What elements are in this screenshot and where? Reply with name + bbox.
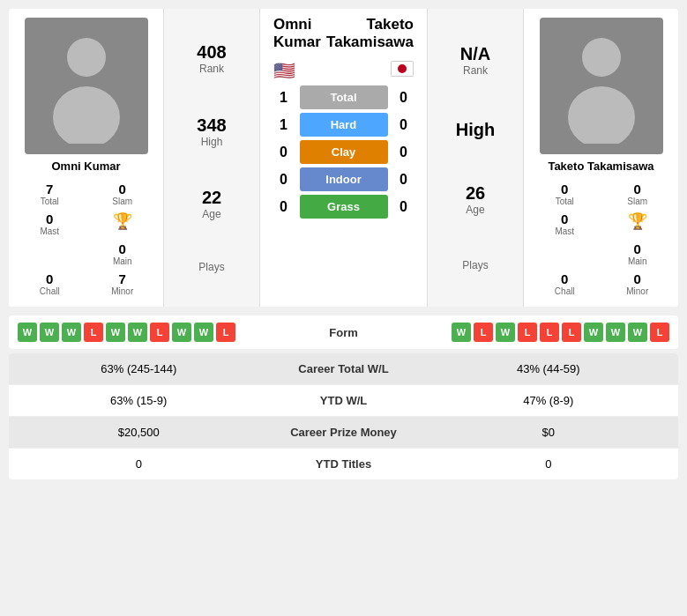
svg-point-2 (582, 38, 621, 77)
left-rank-value: 408 (173, 42, 250, 63)
right-form-badges: WLWLLLWWWL (452, 323, 669, 342)
stats-right-value: 0 (432, 457, 666, 471)
right-main-value: 0 (606, 241, 670, 256)
right-player-avatar (540, 18, 663, 154)
right-middle-stats: N/A Rank High 26 Age Plays (427, 9, 524, 307)
right-score-grass: 0 (395, 199, 413, 215)
left-form-badge: W (106, 323, 125, 342)
surface-row-hard: 1 Hard 0 (269, 113, 418, 137)
left-form-badge: L (150, 323, 169, 342)
left-high-box: 348 High (168, 107, 255, 157)
left-form-badge: W (172, 323, 191, 342)
right-age-label: Age (437, 204, 514, 216)
stats-table-row: 0 YTD Titles 0 (9, 449, 678, 479)
left-mast-label: Mast (18, 226, 82, 236)
right-rank-value: N/A (437, 44, 514, 64)
left-total-cell: 7 Total (18, 180, 82, 208)
stats-center-label: Career Total W/L (256, 362, 432, 375)
surface-btn-grass[interactable]: Grass (300, 195, 388, 219)
left-middle-stats: 408 Rank 348 High 22 Age Plays (163, 9, 260, 307)
right-flag (391, 61, 414, 80)
right-form-badge: L (540, 323, 559, 342)
right-form-badge: W (496, 323, 515, 342)
right-stats-grid: 0 Total 0 Slam 0 Mast 🏆 0 Main (533, 180, 669, 298)
right-rank-label: Rank (437, 64, 514, 77)
left-slam-label: Slam (91, 197, 155, 206)
left-player-avatar (25, 18, 148, 154)
right-age-box: 26 Age (432, 174, 519, 225)
left-mast-value: 0 (18, 212, 82, 226)
left-total-value: 7 (18, 182, 82, 197)
surface-btn-clay[interactable]: Clay (300, 140, 388, 164)
right-trophy-icon: 🏆 (628, 212, 647, 230)
left-age-value: 22 (173, 188, 250, 208)
left-chall-label: Chall (18, 286, 82, 296)
left-slam-value: 0 (91, 182, 155, 197)
form-label: Form (329, 326, 358, 339)
left-high-label: High (173, 136, 250, 148)
left-plays-label: Plays (173, 261, 250, 273)
right-form-badge: W (628, 323, 647, 342)
right-plays-label: Plays (437, 259, 514, 271)
stats-center-label: YTD W/L (256, 394, 432, 407)
left-rank-box: 408 Rank (168, 33, 255, 84)
left-form-badge: W (128, 323, 147, 342)
left-main-value: 0 (91, 241, 155, 256)
right-plays-box: Plays (432, 250, 519, 280)
right-score-hard: 0 (395, 117, 413, 133)
surface-row-indoor: 0 Indoor 0 (269, 167, 418, 191)
left-minor-value: 7 (91, 271, 155, 286)
right-form-badge: L (650, 323, 669, 342)
match-center: Omni Kumar Taketo Takamisawa 🇺🇸 1 Total … (260, 9, 427, 307)
right-slam-value: 0 (606, 182, 670, 197)
right-mast-cell: 0 Mast (533, 210, 597, 238)
svg-point-3 (568, 86, 635, 144)
surface-row-total: 1 Total 0 (269, 85, 418, 109)
left-stats-grid: 7 Total 0 Slam 0 Mast 🏆 0 Main (18, 180, 154, 298)
surface-btn-hard[interactable]: Hard (300, 113, 388, 137)
main-container: Omni Kumar 7 Total 0 Slam 0 Mast 🏆 (0, 0, 687, 488)
right-form-badge: W (452, 323, 471, 342)
left-minor-label: Minor (91, 286, 155, 296)
right-slam-label: Slam (606, 197, 670, 206)
right-chall-value: 0 (533, 271, 597, 286)
left-score-indoor: 0 (275, 172, 293, 188)
right-minor-value: 0 (606, 271, 670, 286)
left-minor-cell: 7 Minor (91, 270, 155, 298)
right-main-label: Main (606, 256, 670, 266)
stats-right-value: 47% (8-9) (432, 394, 666, 407)
stats-table-row: 63% (245-144) Career Total W/L 43% (44-5… (9, 353, 678, 385)
left-chall-cell: 0 Chall (18, 270, 82, 298)
right-form-badge: L (474, 323, 493, 342)
player-names-row: Omni Kumar Taketo Takamisawa (265, 16, 422, 51)
left-player-panel: Omni Kumar 7 Total 0 Slam 0 Mast 🏆 (9, 9, 163, 307)
left-main-label: Main (91, 256, 155, 266)
right-minor-cell: 0 Minor (606, 270, 670, 298)
surface-btn-total[interactable]: Total (300, 85, 388, 109)
right-rank-box: N/A Rank (432, 35, 519, 85)
stats-center-label: YTD Titles (256, 457, 432, 471)
top-section: Omni Kumar 7 Total 0 Slam 0 Mast 🏆 (9, 9, 678, 307)
flag-row: 🇺🇸 (265, 60, 422, 81)
right-chall-cell: 0 Chall (533, 270, 597, 298)
right-chall-label: Chall (533, 286, 597, 296)
right-score-indoor: 0 (395, 172, 413, 188)
left-form-badge: W (62, 323, 81, 342)
stats-left-value: $20,500 (22, 426, 256, 439)
left-score-clay: 0 (275, 145, 293, 160)
surface-btn-indoor[interactable]: Indoor (300, 167, 388, 191)
match-right-name: Taketo Takamisawa (326, 16, 414, 51)
left-form-badges: WWWLWWLWWL (18, 323, 235, 342)
left-plays-box: Plays (168, 252, 255, 282)
left-chall-value: 0 (18, 271, 82, 286)
right-trophy-cell: 🏆 (606, 210, 670, 238)
right-form-badge: L (562, 323, 581, 342)
left-main-cell: 0 Main (91, 240, 155, 268)
surface-rows: 1 Total 0 1 Hard 0 0 Clay 0 0 Indoor 0 0… (265, 85, 422, 219)
right-minor-label: Minor (606, 286, 670, 296)
left-form-badge: L (216, 323, 235, 342)
right-form-badge: L (518, 323, 537, 342)
right-player-panel: Taketo Takamisawa 0 Total 0 Slam 0 Mast … (524, 9, 678, 307)
left-flag: 🇺🇸 (273, 60, 295, 81)
stats-table-row: $20,500 Career Prize Money $0 (9, 417, 678, 449)
